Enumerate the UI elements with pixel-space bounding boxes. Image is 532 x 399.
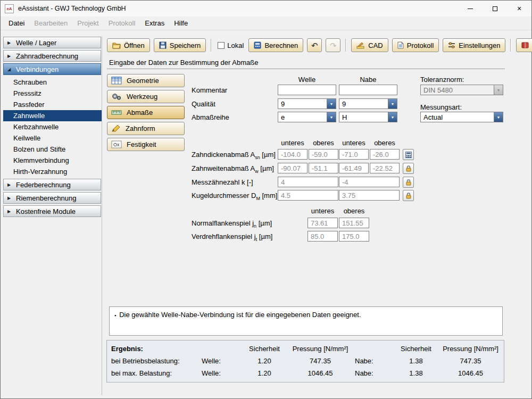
sidebar-item-schrauben[interactable]: Schrauben bbox=[3, 77, 102, 88]
dropdown-arrow-icon[interactable]: ▼ bbox=[388, 99, 397, 109]
zahnweitenabmass-label: Zahnweitenabmaß Aw [µm] bbox=[192, 164, 274, 174]
messzaehnezahl-welle-field: 4 bbox=[278, 177, 338, 187]
sidebar-section-label: Welle / Lager bbox=[16, 39, 56, 47]
dropdown-arrow-icon[interactable]: ▼ bbox=[388, 112, 397, 122]
zahnweiten-lock-button[interactable] bbox=[403, 163, 414, 174]
zahndicken-calc-button[interactable] bbox=[403, 149, 414, 160]
results-nabe-label: Nabe: bbox=[355, 357, 395, 365]
sidebar-section-zahnradberechnung[interactable]: ▶ Zahnradberechnung bbox=[3, 50, 101, 62]
festigkeit-button-label: Festigkeit bbox=[127, 140, 156, 148]
sidebar-item-klemmverbindung[interactable]: Klemmverbindung bbox=[3, 155, 102, 166]
kommentar-welle-input[interactable] bbox=[278, 85, 336, 95]
abmassreihe-nabe-select[interactable]: H ▼ bbox=[339, 112, 397, 122]
zahndickenabmass-label: Zahndickenabmaß Asn [µm] bbox=[192, 151, 276, 160]
kugeldurchmesser-lock-button[interactable] bbox=[403, 190, 414, 201]
cad-pencil-icon bbox=[356, 41, 365, 49]
save-button[interactable]: Speichern bbox=[154, 38, 206, 52]
dropdown-arrow-icon[interactable]: ▼ bbox=[494, 112, 503, 122]
toolbar-separator bbox=[345, 39, 346, 52]
close-button[interactable]: × bbox=[507, 1, 531, 16]
settings-button-label: Einstellungen bbox=[459, 41, 500, 49]
results-col-sicherheit: Sicherheit bbox=[395, 345, 437, 353]
sidebar-section-riemenberechnung[interactable]: ▶ Riemenberechnung bbox=[3, 192, 101, 204]
calculate-button[interactable]: Berechnen bbox=[248, 38, 303, 52]
zahndicken-nabe-oberes-field: -26.0 bbox=[370, 149, 400, 160]
maximize-button[interactable] bbox=[483, 1, 507, 16]
sidebar-section-federberechnung[interactable]: ▶ Federberechnung bbox=[3, 179, 101, 190]
qualitaet-welle-select[interactable]: 9 ▼ bbox=[278, 98, 336, 109]
titlebar: eA eAssistant - GWJ Technology GmbH × bbox=[1, 1, 531, 16]
calculator-mini-icon bbox=[405, 152, 412, 158]
sidebar-section-welle-lager[interactable]: ▶ Welle / Lager bbox=[3, 37, 101, 48]
messzaehnezahl-lock-button[interactable] bbox=[403, 177, 414, 188]
zahnform-button-label: Zahnform bbox=[126, 124, 155, 132]
chevron-right-icon: ▶ bbox=[7, 196, 12, 201]
abmassreihe-nabe-value: H bbox=[339, 112, 388, 122]
sidebar-section-label: Zahnradberechnung bbox=[16, 52, 78, 60]
geometrie-button-label: Geometrie bbox=[127, 77, 159, 85]
settings-button[interactable]: Einstellungen bbox=[443, 38, 505, 52]
zahnform-button[interactable]: Zahnform bbox=[107, 122, 185, 135]
geometrie-button[interactable]: Geometrie bbox=[107, 74, 185, 87]
sidebar-item-keilwelle[interactable]: Keilwelle bbox=[3, 132, 102, 144]
sidebar-section-label: Federberechnung bbox=[16, 181, 71, 189]
minimize-button[interactable] bbox=[458, 1, 483, 16]
messungsart-select[interactable]: Actual ▼ bbox=[420, 112, 503, 122]
section-title: Eingabe der Daten zur Bestimmung der Abm… bbox=[109, 59, 258, 66]
sidebar-item-bolzen-und-stifte[interactable]: Bolzen und Stifte bbox=[3, 144, 102, 155]
results-row-label: bei Betriebsbelastung: bbox=[111, 357, 202, 365]
sidebar-item-zahnwelle[interactable]: Zahnwelle bbox=[3, 110, 102, 121]
sidebar-section-kostenfreie-module[interactable]: ▶ Kostenfreie Module bbox=[3, 205, 101, 217]
results-welle-pressung: 747.35 bbox=[286, 357, 355, 365]
chevron-right-icon: ▶ bbox=[7, 182, 12, 187]
column-header-nabe: Nabe bbox=[339, 76, 397, 84]
help-book-icon bbox=[521, 41, 529, 49]
dropdown-arrow-icon[interactable]: ▼ bbox=[327, 112, 336, 122]
gears-icon bbox=[111, 93, 122, 101]
messungsart-value: Actual bbox=[421, 112, 494, 122]
qualitaet-nabe-select[interactable]: 9 ▼ bbox=[339, 98, 397, 109]
sidebar-item-hirth-verzahnung[interactable]: Hirth-Verzahnung bbox=[3, 166, 102, 177]
normalflankenspiel-oberes-field: 151.55 bbox=[339, 218, 369, 228]
maximize-icon bbox=[493, 6, 497, 11]
results-welle-sicherheit: 1.20 bbox=[243, 357, 286, 365]
results-row-betriebsbelastung: bei Betriebsbelastung: Welle: 1.20 747.3… bbox=[107, 355, 504, 367]
cad-button[interactable]: CAD bbox=[351, 38, 388, 52]
menu-datei[interactable]: Datei bbox=[4, 18, 29, 29]
sidebar-item-passfeder[interactable]: Passfeder bbox=[3, 99, 102, 110]
measurement-icon bbox=[111, 109, 122, 117]
toolbar-separator bbox=[510, 39, 511, 52]
kommentar-nabe-input[interactable] bbox=[339, 85, 397, 95]
festigkeit-button[interactable]: Ox Festigkeit bbox=[107, 138, 185, 151]
local-checkbox[interactable] bbox=[218, 42, 225, 49]
verdrehflankenspiel-unteres-field: 85.0 bbox=[307, 231, 338, 242]
undo-button[interactable]: ↶ bbox=[307, 38, 322, 52]
messzaehnezahl-nabe-field: -4 bbox=[339, 177, 400, 187]
results-row-max-belastung: bei max. Belastung: Welle: 1.20 1046.45 … bbox=[107, 367, 504, 379]
column-header-welle: Welle bbox=[278, 76, 336, 84]
svg-text:Ox: Ox bbox=[113, 142, 120, 147]
dropdown-arrow-icon[interactable]: ▼ bbox=[327, 99, 336, 109]
qualitaet-welle-value: 9 bbox=[278, 99, 327, 109]
abmasse-button[interactable]: Abmaße bbox=[107, 106, 185, 119]
toleranznorm-label: Toleranznorm: bbox=[420, 76, 464, 84]
menu-extras[interactable]: Extras bbox=[140, 18, 169, 29]
sidebar-section-verbindungen[interactable]: ◢ Verbindungen bbox=[3, 63, 101, 75]
folder-open-icon bbox=[112, 41, 121, 49]
strength-icon: Ox bbox=[111, 140, 122, 148]
lock-icon bbox=[405, 179, 412, 186]
sidebar-item-presssitz[interactable]: Presssitz bbox=[3, 88, 102, 99]
open-button[interactable]: Öffnen bbox=[107, 38, 150, 52]
help-button[interactable]: Hilfe bbox=[516, 38, 532, 52]
werkzeug-button[interactable]: Werkzeug bbox=[107, 90, 185, 103]
results-title: Ergebnis: bbox=[111, 345, 202, 353]
chevron-expanded-icon: ◢ bbox=[7, 67, 12, 72]
abmassreihe-welle-select[interactable]: e ▼ bbox=[278, 112, 336, 122]
toleranznorm-select: DIN 5480 ▼ bbox=[420, 85, 503, 95]
menu-hilfe[interactable]: Hilfe bbox=[169, 18, 193, 29]
sidebar-item-kerbzahnwelle[interactable]: Kerbzahnwelle bbox=[3, 121, 102, 132]
protocol-button[interactable]: Protokoll bbox=[392, 38, 439, 52]
toolbar: Öffnen Speichern Lokal Berechnen ↶ ↷ CAD bbox=[107, 38, 532, 53]
dropdown-arrow-icon: ▼ bbox=[494, 85, 503, 95]
save-button-label: Speichern bbox=[170, 41, 201, 49]
